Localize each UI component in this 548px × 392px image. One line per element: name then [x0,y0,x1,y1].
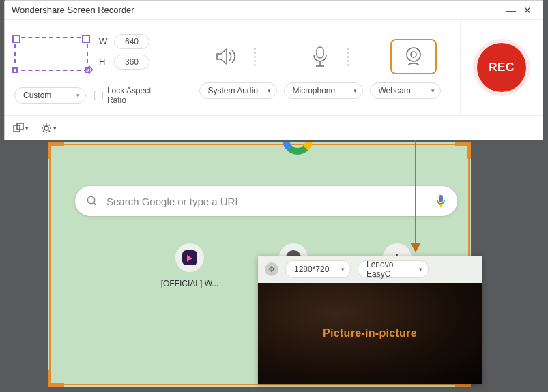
shortcut-favicon [182,250,197,265]
svg-rect-4 [439,198,441,202]
webcam-value: Webcam [379,86,411,95]
webcam-dropdown[interactable]: Webcam▾ [370,82,441,99]
voice-search-icon[interactable] [435,194,446,208]
system-audio-dropdown[interactable]: System Audio▾ [199,82,277,99]
recorder-window: Wondershare Screen Recorder — ✕ ✥ W 640 … [4,0,543,140]
search-placeholder: Search Google or type a URL [106,196,427,207]
region-preview[interactable]: ✥ [14,37,88,71]
screenshot-tool-button[interactable]: ▾ [13,123,29,134]
microphone-value: Microphone [293,86,336,95]
system-audio-value: System Audio [208,86,258,95]
settings-button[interactable]: ▾ [41,123,57,134]
corner-handle-bl[interactable] [48,370,64,387]
annotation-arrow-head [410,243,421,252]
overlap-squares-icon [13,123,24,134]
corner-handle-tl[interactable] [48,142,64,159]
svg-rect-5 [317,47,323,58]
window-title: Wondershare Screen Recorder [12,5,134,15]
svg-point-8 [407,48,420,61]
search-icon [86,195,98,207]
lock-aspect-label: Lock Aspect Ratio [107,86,169,106]
gear-icon [41,123,52,134]
pip-resolution-value: 1280*720 [294,265,329,274]
svg-point-9 [411,52,416,57]
lock-aspect-checkbox[interactable] [94,91,103,100]
region-preset-dropdown[interactable]: Custom▾ [14,87,86,104]
pip-preview: Picture-in-picture [258,283,482,384]
microphone-toggle[interactable] [297,39,343,74]
shortcut-item[interactable]: [OFFICIAL] W... [157,243,222,288]
move-icon: ✥ [85,63,93,76]
pip-panel: ✥ 1280*720▾ Lenovo EasyC▾ Picture-in-pic… [258,256,482,384]
width-input[interactable]: 640 [114,34,149,49]
height-label: H [99,57,109,67]
drag-handle-icon [347,48,349,66]
drag-handle-icon [254,48,256,66]
record-button[interactable]: REC [477,43,526,92]
pip-camera-value: Lenovo EasyC [366,260,413,279]
titlebar: Wondershare Screen Recorder — ✕ [5,1,543,20]
svg-line-1 [93,202,96,205]
height-input[interactable]: 360 [114,55,149,70]
browser-search-bar[interactable]: Search Google or type a URL [75,186,457,216]
minimize-button[interactable]: — [503,2,519,18]
corner-handle-tr[interactable] [455,142,471,159]
pip-camera-dropdown[interactable]: Lenovo EasyC▾ [358,260,429,278]
system-audio-toggle[interactable] [203,39,250,74]
pip-overlay-label: Picture-in-picture [323,327,417,340]
speaker-icon [214,46,239,67]
region-preset-value: Custom [23,91,51,100]
pip-resolution-dropdown[interactable]: 1280*720▾ [285,260,351,278]
pip-move-handle[interactable]: ✥ [265,262,278,276]
close-button[interactable]: ✕ [519,2,536,18]
google-logo-fragment [280,142,321,162]
svg-point-0 [87,196,95,204]
microphone-icon [311,46,330,67]
svg-point-12 [44,126,48,130]
webcam-toggle[interactable] [390,39,437,74]
record-label: REC [489,61,514,74]
microphone-dropdown[interactable]: Microphone▾ [284,82,363,99]
shortcut-label: [OFFICIAL] W... [157,279,222,288]
width-label: W [99,36,109,46]
webcam-icon [403,46,424,67]
